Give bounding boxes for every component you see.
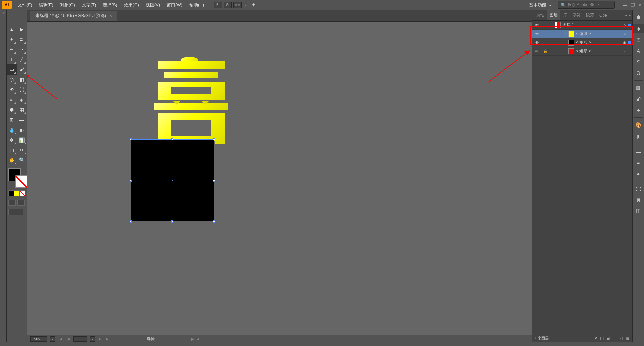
- stock-icon[interactable]: St: [224, 2, 232, 8]
- gradient-tool[interactable]: ▬: [17, 115, 27, 125]
- zoom-input[interactable]: [30, 336, 47, 342]
- visibility-toggle[interactable]: 👁: [532, 40, 542, 45]
- opentype-panel-icon[interactable]: O: [633, 68, 644, 78]
- visibility-toggle[interactable]: 👁: [532, 32, 542, 36]
- layer-row-group[interactable]: 👁 › < 编组 > ○: [532, 30, 632, 38]
- slice-tool[interactable]: ✂: [17, 145, 27, 155]
- artboard-input[interactable]: [73, 336, 87, 342]
- width-tool[interactable]: ≋: [7, 95, 17, 105]
- symbol-sprayer-tool[interactable]: ✲: [7, 135, 17, 145]
- paintbrush-tool[interactable]: 🖌: [17, 64, 27, 75]
- left-dock-handle[interactable]: ≪: [0, 10, 7, 342]
- canvas[interactable]: [27, 22, 532, 335]
- rotate-tool[interactable]: ⟲: [7, 85, 17, 95]
- brushes-icon[interactable]: 🖌: [633, 94, 644, 104]
- blend-tool[interactable]: ◐: [17, 125, 27, 135]
- delete-icon[interactable]: 🗑: [626, 336, 630, 341]
- transform-icon[interactable]: ⛶: [633, 184, 644, 193]
- layer-expand-icon[interactable]: ⌄: [549, 23, 555, 27]
- menu-window[interactable]: 窗口(W): [163, 2, 186, 8]
- rectangle-tool[interactable]: ▭: [7, 64, 17, 75]
- eyedropper-tool[interactable]: 💧: [7, 125, 17, 135]
- menu-object[interactable]: 对象(O): [57, 2, 78, 8]
- new-sublayer-icon[interactable]: ◰: [619, 336, 623, 341]
- visibility-toggle[interactable]: 👁: [532, 49, 542, 54]
- character-panel-icon[interactable]: A: [633, 46, 644, 55]
- locate-icon[interactable]: ⬈: [594, 336, 597, 341]
- color-swatch-none[interactable]: [19, 190, 25, 196]
- visibility-toggle[interactable]: 👁: [532, 23, 542, 28]
- menu-file[interactable]: 文件(F): [14, 2, 36, 8]
- color-guide-icon[interactable]: ◗: [633, 132, 644, 141]
- lock-icon[interactable]: 🔒: [542, 49, 549, 53]
- fullscreen-mode-button[interactable]: [17, 200, 25, 206]
- perspective-grid-tool[interactable]: ▦: [17, 105, 27, 115]
- asset-export-icon[interactable]: ⊡: [633, 35, 644, 44]
- target-icon[interactable]: ◉: [621, 40, 628, 45]
- shaper-tool[interactable]: ⬡: [7, 75, 17, 85]
- scale-tool[interactable]: ⛶: [17, 85, 27, 95]
- layer-row-rect2[interactable]: 👁 🔒 < 矩形 > ○: [532, 47, 632, 56]
- normal-mode-button[interactable]: [8, 200, 16, 206]
- graphic-styles-icon[interactable]: ◫: [633, 206, 644, 215]
- curvature-tool[interactable]: 〰: [17, 44, 27, 54]
- status-expand-icon[interactable]: ▶: [191, 337, 194, 341]
- close-button[interactable]: ✕: [638, 2, 642, 8]
- line-tool[interactable]: ╱: [17, 54, 27, 64]
- tab-libraries[interactable]: 库: [560, 10, 570, 20]
- target-icon[interactable]: ○: [622, 49, 628, 53]
- arrange-dropdown-icon[interactable]: ⌄: [243, 2, 248, 8]
- artboards-icon[interactable]: ▦: [633, 83, 644, 93]
- layers-panel-icon[interactable]: ◈: [633, 24, 644, 33]
- tab-paragraph[interactable]: 段落: [583, 10, 597, 20]
- selection-tool[interactable]: ▲: [7, 24, 17, 34]
- direct-selection-tool[interactable]: ▶: [17, 24, 27, 34]
- change-screen-mode-button[interactable]: [8, 209, 23, 215]
- libraries-icon[interactable]: ⬢: [633, 13, 644, 22]
- next-artboard-button[interactable]: ▶: [98, 337, 102, 341]
- workspace-switcher[interactable]: 基本功能 ⌄: [526, 1, 555, 9]
- layer-expand-icon[interactable]: ›: [562, 32, 568, 36]
- maximize-button[interactable]: ❐: [631, 2, 635, 8]
- status-collapse-icon[interactable]: ◀: [197, 337, 199, 341]
- eraser-tool[interactable]: ◧: [17, 75, 27, 85]
- pathfinder-icon[interactable]: ●: [633, 169, 644, 178]
- bridge-icon[interactable]: Br: [214, 2, 222, 8]
- target-icon[interactable]: ○: [622, 32, 628, 36]
- free-transform-tool[interactable]: ◈: [17, 95, 27, 105]
- target-icon[interactable]: ○: [621, 23, 628, 27]
- tab-layers[interactable]: 图层: [547, 10, 560, 20]
- stroke-color[interactable]: [15, 175, 28, 188]
- panel-more-icon[interactable]: »: [625, 13, 627, 17]
- first-artboard-button[interactable]: |◀: [58, 337, 63, 341]
- artboard-tool[interactable]: ▢: [7, 145, 17, 155]
- layer-row-rect1[interactable]: 👁 < 矩形 > ◉: [532, 38, 632, 47]
- prev-artboard-button[interactable]: ◀: [66, 337, 71, 341]
- tab-characters[interactable]: 字符: [570, 10, 583, 20]
- arrange-icon[interactable]: ▭▭: [233, 2, 241, 8]
- xi-character-artwork[interactable]: [154, 57, 228, 144]
- fill-stroke-selector[interactable]: [7, 168, 27, 189]
- menu-edit[interactable]: 编辑(E): [36, 2, 57, 8]
- tab-opentype[interactable]: Ope: [597, 11, 610, 20]
- make-sublayer-icon[interactable]: ▣: [606, 336, 610, 341]
- color-swatch-yellow[interactable]: [14, 190, 20, 196]
- menu-text[interactable]: 文字(T): [78, 2, 100, 8]
- document-tab[interactable]: 未标题-1* @ 150% (RGB/GPU 预览) ×: [30, 11, 117, 21]
- symbols-icon[interactable]: ♣: [633, 105, 644, 115]
- appearance-icon[interactable]: ◉: [633, 195, 644, 204]
- zoom-tool[interactable]: 🔍: [17, 155, 27, 165]
- lasso-tool[interactable]: ⊃: [17, 34, 27, 44]
- pen-tool[interactable]: ✒: [7, 44, 17, 54]
- layer-row-1[interactable]: 👁 ⌄ 图层 1 ○: [532, 21, 632, 30]
- panel-menu-icon[interactable]: ≡: [629, 13, 631, 17]
- shape-builder-tool[interactable]: ⬢: [7, 105, 17, 115]
- zoom-dropdown[interactable]: ⌄: [50, 336, 55, 342]
- menu-help[interactable]: 帮助(H): [186, 2, 207, 8]
- swatches-icon[interactable]: ▬: [633, 147, 644, 156]
- graph-tool[interactable]: 📊: [17, 135, 27, 145]
- magic-wand-tool[interactable]: ✦: [7, 34, 17, 44]
- tab-properties[interactable]: 属性: [534, 10, 547, 20]
- paragraph-panel-icon[interactable]: ¶: [633, 57, 644, 66]
- tab-close-button[interactable]: ×: [109, 13, 112, 18]
